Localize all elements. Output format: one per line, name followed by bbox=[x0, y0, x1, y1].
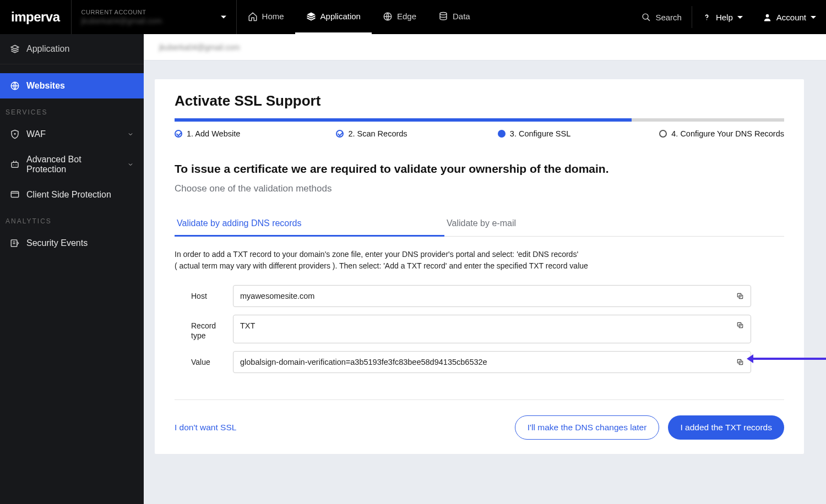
ssl-card: Activate SSL Support 1. Add Website 2. S… bbox=[155, 79, 804, 454]
brand-logo[interactable]: imperva bbox=[0, 0, 72, 34]
row-recordtype: Record type TXT bbox=[191, 315, 751, 343]
step-label: 2. Scan Records bbox=[348, 129, 407, 138]
sidebar-item-waf[interactable]: WAF bbox=[0, 122, 144, 147]
nav-edge-label: Edge bbox=[397, 12, 416, 21]
tab-label: Validate by e-mail bbox=[447, 218, 516, 228]
subhead: Choose one of the validation methods bbox=[175, 183, 784, 194]
sidebar-header: Application bbox=[0, 34, 144, 64]
value-label: Value bbox=[191, 351, 223, 368]
nav-home[interactable]: Home bbox=[237, 0, 295, 34]
help-line-1: In order to add a TXT record to your dom… bbox=[175, 249, 784, 260]
account-switcher[interactable]: CURRENT ACCOUNT jkuberka04@gmail.com bbox=[72, 0, 237, 34]
footer-row: I don't want SSL I'll make the DNS chang… bbox=[175, 399, 784, 440]
shield-icon bbox=[10, 129, 20, 139]
svg-point-1 bbox=[440, 12, 447, 15]
brand-text: imperva bbox=[11, 9, 60, 25]
progress-fill bbox=[175, 118, 632, 122]
chevron-down-icon bbox=[127, 161, 134, 168]
svg-rect-7 bbox=[12, 162, 18, 167]
sidebar-item-websites[interactable]: Websites bbox=[0, 73, 144, 98]
row-host: Host myawesomesite.com bbox=[191, 285, 751, 307]
stack-icon bbox=[306, 12, 316, 21]
later-button[interactable]: I'll make the DNS changes later bbox=[515, 415, 660, 440]
breadcrumb-text: jkuberka04@gmail.com bbox=[159, 43, 240, 52]
sidebar-item-abp[interactable]: Advanced Bot Protection bbox=[0, 147, 144, 182]
page-title: Activate SSL Support bbox=[155, 92, 804, 116]
svg-point-8 bbox=[13, 165, 14, 166]
tab-help-text: In order to add a TXT record to your dom… bbox=[155, 237, 804, 272]
nav-application[interactable]: Application bbox=[295, 0, 372, 34]
database-icon bbox=[438, 12, 448, 21]
sidebar-item-label: Advanced Bot Protection bbox=[26, 155, 121, 174]
help-line-2: ( actual term may vary with different pr… bbox=[175, 260, 784, 272]
browser-shield-icon bbox=[10, 190, 20, 200]
globe-icon bbox=[10, 81, 20, 91]
primary-nav: Home Application Edge Data bbox=[237, 0, 481, 34]
copy-icon[interactable] bbox=[736, 321, 744, 329]
nav-data[interactable]: Data bbox=[427, 0, 481, 34]
sidebar-item-label: WAF bbox=[26, 129, 46, 139]
step-4: 4. Configure Your DNS Records bbox=[659, 129, 784, 138]
breadcrumb: jkuberka04@gmail.com bbox=[144, 34, 826, 61]
recordtype-field[interactable]: TXT bbox=[233, 315, 751, 343]
value-field[interactable]: globalsign-domain-verification=a3b5193fe… bbox=[233, 351, 751, 373]
step-pending-icon bbox=[659, 130, 667, 138]
nav-home-label: Home bbox=[262, 12, 284, 21]
host-value: myawesomesite.com bbox=[240, 292, 314, 300]
step-label: 1. Add Website bbox=[187, 129, 240, 138]
annotation-arrow bbox=[751, 358, 826, 360]
sidebar: Application Websites SERVICES WAF Advanc… bbox=[0, 34, 144, 504]
added-records-button[interactable]: I added the TXT records bbox=[668, 415, 784, 440]
tab-email[interactable]: Validate by e-mail bbox=[444, 213, 714, 236]
sidebar-item-label: Websites bbox=[26, 81, 65, 91]
step-3: 3. Configure SSL bbox=[498, 129, 659, 138]
copy-icon[interactable] bbox=[736, 292, 744, 300]
step-check-icon bbox=[336, 130, 344, 138]
host-field[interactable]: myawesomesite.com bbox=[233, 285, 751, 307]
user-icon bbox=[763, 13, 772, 22]
sidebar-item-security-events[interactable]: Security Events bbox=[0, 231, 144, 256]
step-check-icon bbox=[175, 130, 182, 138]
svg-point-6 bbox=[14, 133, 16, 135]
help-button[interactable]: Help bbox=[692, 0, 753, 34]
headline: To issue a certificate we are required t… bbox=[175, 162, 784, 176]
recordtype-value: TXT bbox=[240, 321, 255, 330]
step-current-icon bbox=[498, 130, 506, 138]
bot-icon bbox=[10, 160, 20, 169]
chevron-down-icon bbox=[127, 131, 134, 138]
topbar-right: Search Help Account bbox=[632, 0, 826, 34]
account-label: Account bbox=[776, 13, 806, 22]
skip-ssl-link[interactable]: I don't want SSL bbox=[175, 423, 236, 432]
caret-down-icon bbox=[221, 16, 226, 19]
validation-tabs: Validate by adding DNS records Validate … bbox=[175, 213, 784, 237]
account-value: jkuberka04@gmail.com bbox=[81, 17, 226, 25]
help-icon bbox=[702, 13, 711, 22]
help-label: Help bbox=[716, 13, 733, 22]
account-button[interactable]: Account bbox=[753, 0, 826, 34]
tab-label: Validate by adding DNS records bbox=[177, 218, 302, 228]
events-icon bbox=[10, 238, 20, 248]
sidebar-section-services: SERVICES bbox=[0, 98, 144, 122]
account-label: CURRENT ACCOUNT bbox=[81, 9, 226, 15]
recordtype-label: Record type bbox=[191, 315, 223, 341]
search-label: Search bbox=[655, 13, 682, 22]
globe-icon bbox=[383, 12, 393, 21]
nav-application-label: Application bbox=[320, 12, 361, 21]
step-label: 3. Configure SSL bbox=[510, 129, 570, 138]
search-button[interactable]: Search bbox=[632, 0, 692, 34]
steps-row: 1. Add Website 2. Scan Records 3. Config… bbox=[175, 129, 784, 138]
sidebar-item-csp[interactable]: Client Side Protection bbox=[0, 182, 144, 207]
host-label: Host bbox=[191, 285, 223, 302]
svg-rect-10 bbox=[11, 191, 19, 198]
copy-icon[interactable] bbox=[736, 358, 744, 366]
step-label: 4. Configure Your DNS Records bbox=[671, 129, 784, 138]
svg-point-3 bbox=[707, 19, 707, 20]
svg-point-2 bbox=[643, 14, 649, 19]
svg-point-4 bbox=[765, 14, 769, 17]
nav-edge[interactable]: Edge bbox=[372, 0, 427, 34]
tab-dns[interactable]: Validate by adding DNS records bbox=[175, 213, 444, 237]
step-1: 1. Add Website bbox=[175, 129, 336, 138]
caret-down-icon bbox=[811, 16, 816, 19]
row-value: Value globalsign-domain-verification=a3b… bbox=[191, 351, 751, 373]
home-icon bbox=[248, 12, 258, 21]
